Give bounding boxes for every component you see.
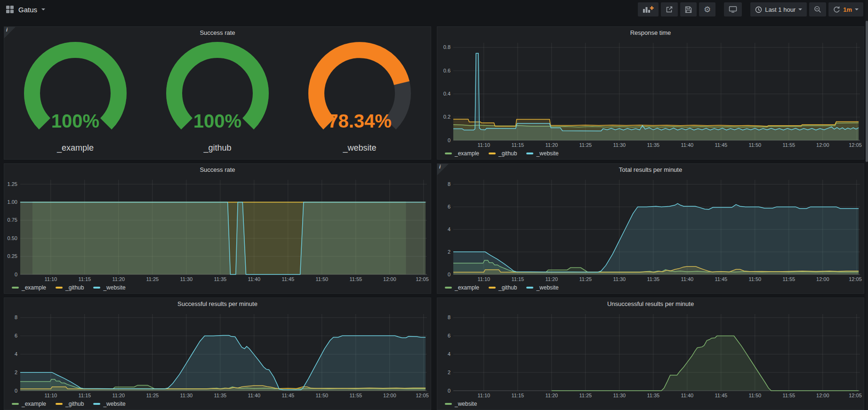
svg-text:11:55: 11:55 (349, 393, 362, 398)
legend-item-_website[interactable]: _website (445, 401, 477, 407)
refresh-button[interactable]: 1m (828, 2, 863, 16)
panel-title[interactable]: Unsuccessful results per minute (437, 298, 864, 310)
clock-icon (755, 6, 762, 13)
panel-title[interactable]: Success rate (4, 164, 431, 176)
panel-title[interactable]: Total results per minute (437, 164, 864, 176)
svg-text:78.34%: 78.34% (328, 111, 392, 131)
total-results-chart[interactable]: 0246811:1011:1511:2011:2511:3011:3511:40… (437, 176, 864, 283)
svg-text:0: 0 (15, 272, 17, 277)
zoom-out-button[interactable] (809, 2, 826, 16)
refresh-icon (833, 6, 840, 13)
legend-item-_github[interactable]: _github (489, 150, 517, 157)
chevron-down-icon (798, 8, 802, 10)
successful-results-chart[interactable]: 0246811:1011:1511:2011:2511:3011:3511:40… (4, 310, 431, 399)
page-scrollbar[interactable] (866, 0, 868, 410)
response-time-chart[interactable]: 00.20.40.60.811:1011:1511:2011:2511:3011… (437, 39, 864, 149)
svg-text:12:05: 12:05 (416, 276, 429, 282)
legend-item-_website[interactable]: _website (93, 401, 125, 407)
legend-item-_example[interactable]: _example (12, 401, 46, 407)
svg-text:0.75: 0.75 (8, 217, 17, 223)
legend-item-_github[interactable]: _github (56, 284, 84, 291)
save-button[interactable] (680, 2, 697, 16)
dashboard-title[interactable]: Gatus (18, 6, 37, 14)
svg-text:_github: _github (203, 143, 231, 153)
svg-text:11:45: 11:45 (715, 142, 727, 148)
legend-label: _example (455, 150, 479, 157)
panel-info-icon[interactable]: i (4, 27, 16, 38)
svg-text:0.25: 0.25 (8, 253, 17, 259)
legend-item-_example[interactable]: _example (445, 150, 479, 157)
monitor-icon (729, 6, 737, 13)
dashboards-grid-icon[interactable] (6, 5, 14, 14)
chevron-down-icon (41, 8, 45, 10)
legend-item-_github[interactable]: _github (56, 401, 84, 407)
legend-swatch (489, 287, 496, 289)
svg-text:12:00: 12:00 (816, 393, 829, 398)
add-panel-button[interactable] (638, 2, 659, 16)
share-button[interactable] (661, 2, 678, 16)
svg-text:11:55: 11:55 (782, 276, 795, 282)
legend-swatch (526, 287, 533, 289)
gauge-group: 100%_example 100%_github 78.34%_website (4, 39, 431, 159)
svg-text:2: 2 (15, 370, 17, 375)
svg-text:11:20: 11:20 (545, 393, 558, 398)
scrollbar-thumb[interactable] (866, 21, 868, 162)
floppy-save-icon (685, 6, 692, 13)
svg-text:11:10: 11:10 (477, 142, 490, 148)
chart-legend: _example_github_website (4, 399, 431, 410)
svg-text:4: 4 (448, 226, 450, 232)
panel-title[interactable]: Response time (437, 27, 864, 39)
time-range-label: Last 1 hour (765, 6, 796, 13)
svg-text:8: 8 (448, 181, 450, 187)
panel-successful-results: Successful results per minute 0246811:10… (4, 297, 431, 410)
svg-text:11:55: 11:55 (349, 276, 362, 282)
panel-unsuccessful-results: Unsuccessful results per minute 0246811:… (437, 297, 864, 410)
chart-legend: _example_github_website (4, 283, 431, 293)
svg-text:0: 0 (448, 388, 450, 394)
legend-item-_example[interactable]: _example (445, 284, 479, 291)
refresh-interval-label[interactable]: 1m (843, 6, 852, 13)
panel-info-icon[interactable]: i (437, 164, 449, 175)
svg-text:11:20: 11:20 (112, 393, 125, 398)
svg-text:11:45: 11:45 (715, 276, 727, 282)
legend-item-_website[interactable]: _website (526, 284, 558, 291)
time-range-picker[interactable]: Last 1 hour (750, 2, 807, 16)
legend-swatch (12, 403, 19, 405)
chart-legend: _example_github_website (437, 283, 864, 293)
panel-title[interactable]: Success rate (4, 27, 431, 39)
legend-item-_website[interactable]: _website (93, 284, 125, 291)
svg-text:11:35: 11:35 (214, 276, 226, 282)
svg-text:_website: _website (342, 143, 376, 153)
gauge-website: 78.34%_website (289, 39, 431, 159)
svg-text:11:15: 11:15 (78, 393, 91, 398)
panel-total-results: i Total results per minute 0246811:1011:… (437, 163, 864, 294)
svg-text:100%: 100% (51, 111, 99, 131)
navbar-toolbar: ⚙ Last 1 hour 1m (635, 2, 863, 16)
legend-item-_website[interactable]: _website (526, 150, 558, 157)
legend-label: _website (103, 284, 125, 291)
legend-label: _github (65, 401, 84, 407)
legend-item-_example[interactable]: _example (12, 284, 46, 291)
success-rate-chart[interactable]: 00.250.500.751.001.2511:1011:1511:2011:2… (4, 176, 431, 283)
svg-text:11:15: 11:15 (78, 276, 91, 282)
share-icon (666, 6, 673, 13)
unsuccessful-results-chart[interactable]: 0246811:1011:1511:2011:2511:3011:3511:40… (437, 310, 864, 399)
svg-text:11:25: 11:25 (579, 142, 592, 148)
legend-swatch (526, 153, 533, 154)
svg-text:11:30: 11:30 (613, 393, 626, 398)
cycle-view-button[interactable] (724, 2, 742, 16)
legend-item-_github[interactable]: _github (489, 284, 517, 291)
legend-label: _example (22, 284, 46, 291)
panel-title[interactable]: Successful results per minute (4, 298, 431, 310)
svg-text:0: 0 (15, 388, 17, 394)
svg-text:0.6: 0.6 (443, 68, 450, 73)
svg-text:12:00: 12:00 (383, 276, 396, 282)
svg-text:11:15: 11:15 (511, 142, 524, 148)
gauge-example: 100%_example (4, 39, 146, 159)
svg-text:11:45: 11:45 (281, 393, 294, 398)
svg-text:11:30: 11:30 (180, 393, 193, 398)
legend-swatch (93, 403, 100, 405)
legend-label: _website (536, 284, 558, 291)
svg-text:11:45: 11:45 (715, 393, 727, 398)
settings-button[interactable]: ⚙ (699, 2, 715, 16)
